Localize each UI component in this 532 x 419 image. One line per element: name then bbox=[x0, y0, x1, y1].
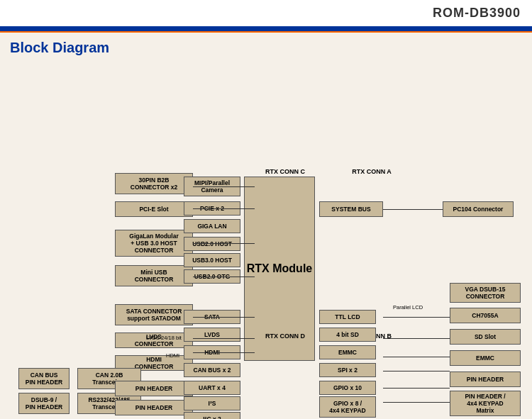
gpio-x10-box: GPIO x 10 bbox=[319, 381, 376, 395]
line-emmc-r bbox=[383, 357, 450, 357]
i2c-x2-box: I²C x 2 bbox=[184, 412, 240, 419]
pin-header-right-box: PIN HEADER bbox=[450, 371, 521, 387]
sata-connector-box: SATA CONNECTORsupport SATADOM bbox=[115, 304, 193, 325]
page-title: ROM-DB3900 bbox=[433, 6, 521, 21]
line-lvds-l bbox=[193, 338, 255, 339]
i2s-box: I²S bbox=[184, 396, 240, 410]
usb30-host-box: USB3.0 HOST bbox=[184, 253, 240, 267]
sd-slot-box: SD Slot bbox=[450, 329, 521, 345]
line-gpio-r bbox=[383, 388, 450, 389]
lvds-24bit-label: LVDS 24/18 bit bbox=[146, 335, 182, 341]
line-giga bbox=[193, 243, 255, 244]
header: ROM-DB3900 bbox=[0, 0, 532, 28]
line-sata-l bbox=[193, 317, 255, 318]
vga-dsub15-box: VGA DSUB-15CONNECTOR bbox=[450, 283, 521, 303]
hdmi-line-label: HDMI bbox=[166, 352, 179, 359]
system-bus-box: SYSTEM BUS bbox=[319, 201, 383, 217]
ttl-lcd-box: TTL LCD bbox=[319, 310, 376, 324]
line-ttllcd-r bbox=[383, 317, 450, 318]
canbus-x2-box: CAN BUS x 2 bbox=[184, 363, 240, 377]
4bit-sd-box: 4 bit SD bbox=[319, 328, 376, 342]
line-30pin-mipi bbox=[193, 186, 255, 187]
line-pcie bbox=[193, 208, 255, 209]
parallel-lcd-label: Parallel LCD bbox=[393, 304, 423, 311]
ch7055a-box: CH7055A bbox=[450, 308, 521, 323]
giga-lan-box: GIGA LAN bbox=[184, 219, 240, 233]
line-4bitsd-r bbox=[383, 338, 450, 339]
rtx-conn-c-label: RTX CONN C bbox=[250, 168, 321, 175]
pin-header-box-1: PIN HEADER bbox=[115, 381, 193, 396]
usb20-host-box: USB2.0 HOST bbox=[184, 237, 240, 251]
rtx-conn-d-label: RTX CONN D bbox=[250, 333, 321, 340]
block-diagram: RTX Module RTX CONN C RTX CONN A RTX CON… bbox=[10, 63, 521, 410]
miniusb-box: Mini USBCONNECTOR bbox=[115, 265, 193, 286]
dsub9-pinheader-box: DSUB-9 /PIN HEADER bbox=[18, 393, 70, 414]
line-miniusb bbox=[193, 276, 255, 277]
line-keypad-r bbox=[383, 402, 450, 403]
pc104-connector-box: PC104 Connector bbox=[443, 201, 514, 217]
emmc-box: EMMC bbox=[319, 345, 376, 359]
gigalan-box: GigaLan Modular+ USB 3.0 HOSTCONNECTOR bbox=[115, 230, 193, 257]
pin-header-box-2: PIN HEADER bbox=[115, 400, 193, 415]
spi-x2-box: SPI x 2 bbox=[319, 363, 376, 377]
30pin-b2b-box: 30PIN B2BCONNECTOR x2 bbox=[115, 173, 193, 194]
line-sysbus-pc104 bbox=[383, 209, 443, 210]
pin-header-keypad-box: PIN HEADER /4x4 KEYPADMatrix bbox=[450, 391, 521, 416]
uart-x4-box: UART x 4 bbox=[184, 381, 240, 395]
main-content: Block Diagram RTX Module RTX CONN C RTX … bbox=[0, 33, 532, 419]
section-title: Block Diagram bbox=[10, 40, 522, 56]
gpio-keypad-box: GPIO x 8 /4x4 KEYPAD bbox=[319, 396, 376, 418]
canbus-pinheader-box: CAN BUSPIN HEADER bbox=[18, 368, 70, 389]
rtx-conn-a-label: RTX CONN A bbox=[336, 168, 407, 175]
line-hdmi-l bbox=[193, 352, 255, 353]
emmc-right-box: EMMC bbox=[450, 350, 521, 366]
pcie-slot-box: PCI-E Slot bbox=[115, 201, 193, 217]
line-spi-r bbox=[383, 371, 450, 371]
lvds-box: LVDS bbox=[184, 328, 240, 342]
